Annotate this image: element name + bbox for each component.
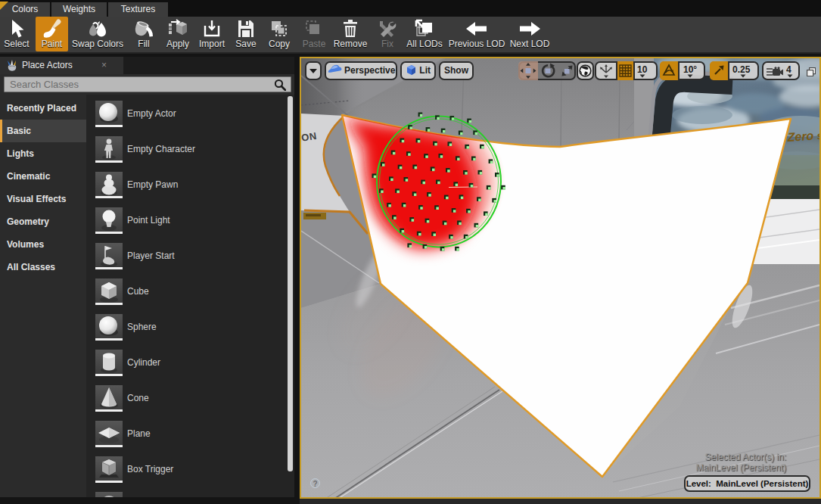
- svg-text:Zero s: Zero s: [786, 129, 819, 144]
